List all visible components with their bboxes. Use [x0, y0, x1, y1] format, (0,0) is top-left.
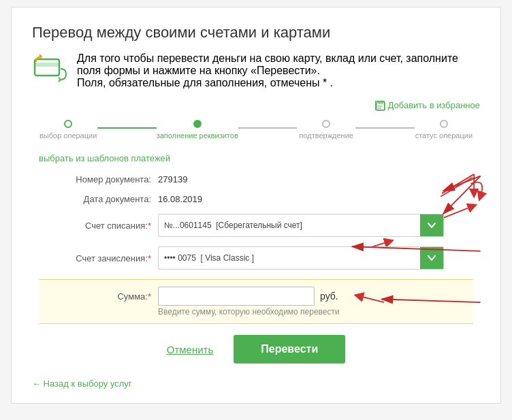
step-3: подтверждение: [297, 120, 355, 140]
step-1-label: выбор операции: [39, 131, 97, 140]
amount-input-wrap: руб.: [158, 287, 338, 306]
debit-label: Счет списания:*: [39, 221, 158, 231]
debit-select[interactable]: [158, 214, 444, 237]
step-1-circle: [64, 120, 72, 128]
debit-input[interactable]: [159, 216, 420, 234]
info-main-text: Для того чтобы перевести деньги на свою …: [77, 52, 480, 77]
credit-dropdown-btn[interactable]: [420, 247, 443, 269]
steps-bar: выбор операции заполнение реквизитов под…: [32, 120, 480, 140]
credit-input[interactable]: [159, 249, 420, 267]
svg-rect-7: [35, 63, 59, 67]
add-favorites-container: Добавить в избранное: [32, 100, 480, 110]
step-3-circle: [322, 120, 330, 128]
template-link[interactable]: выбрать из шаблонов платежей: [39, 153, 170, 163]
credit-required-star: *: [148, 253, 151, 263]
step-line-3: [355, 127, 414, 129]
info-block: Для того чтобы перевести деньги на свою …: [32, 52, 480, 89]
credit-label: Счет зачисления:*: [39, 253, 158, 263]
add-favorites-label: Добавить в избранное: [388, 100, 480, 110]
buttons-row: Отменить Перевести: [39, 335, 473, 364]
debit-required-star: *: [148, 221, 151, 231]
credit-select[interactable]: [158, 246, 444, 270]
amount-currency: руб.: [320, 291, 338, 302]
form-section: Номер документа: 279139 Дата документа: …: [39, 174, 473, 364]
amount-input[interactable]: [158, 287, 315, 306]
doc-number-row: Номер документа: 279139: [39, 174, 473, 184]
step-4-label: статус операции: [415, 131, 473, 140]
favorites-icon: [375, 101, 385, 110]
step-2-label: заполнение реквизитов: [157, 131, 238, 140]
page-title: Перевод между своими счетами и картами: [32, 24, 480, 42]
submit-button[interactable]: Перевести: [234, 335, 345, 364]
debit-row: Счет списания:*: [39, 214, 473, 237]
add-favorites-link[interactable]: Добавить в избранное: [375, 100, 480, 110]
step-1: выбор операции: [39, 120, 97, 140]
amount-label: Сумма:*: [39, 291, 158, 302]
chevron-down-icon: [428, 223, 436, 228]
transfer-icon: [32, 54, 67, 84]
step-3-label: подтверждение: [299, 131, 353, 140]
amount-form-row: Сумма:* руб.: [39, 287, 473, 306]
doc-number-label: Номер документа:: [39, 174, 158, 184]
step-4: статус операции: [415, 120, 473, 140]
amount-row: Сумма:* руб. Введите сумму, которую необ…: [39, 279, 473, 324]
doc-number-value: 279139: [158, 174, 187, 184]
doc-date-row: Дата документа: 16.08.2019: [39, 194, 473, 204]
required-note: Поля, обязательные для заполнения, отмеч…: [77, 77, 480, 89]
step-line-1: [97, 127, 156, 129]
svg-rect-6: [35, 59, 59, 76]
amount-hint: Введите сумму, которую необходимо переве…: [158, 307, 473, 317]
debit-dropdown-btn[interactable]: [420, 214, 443, 236]
step-4-circle: [440, 120, 448, 128]
step-2: заполнение реквизитов: [157, 120, 238, 140]
chevron-down-icon-2: [428, 255, 436, 261]
credit-row: Счет зачисления:*: [39, 246, 473, 270]
amount-required-star: *: [148, 291, 151, 302]
back-link[interactable]: ← Назад к выбору услуг: [32, 378, 132, 389]
cancel-button[interactable]: Отменить: [167, 344, 214, 355]
doc-date-label: Дата документа:: [39, 194, 158, 204]
info-text-block: Для того чтобы перевести деньги на свою …: [77, 52, 480, 89]
step-2-circle: [193, 120, 202, 128]
doc-date-value: 16.08.2019: [158, 194, 202, 204]
step-line-2: [238, 127, 297, 129]
